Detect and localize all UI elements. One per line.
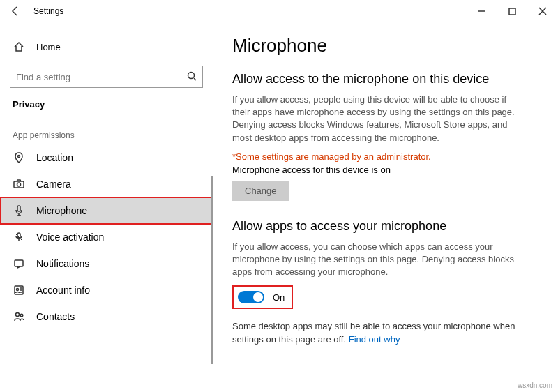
svg-point-10 — [16, 313, 20, 317]
svg-point-9 — [17, 289, 19, 291]
account-icon — [13, 284, 25, 296]
svg-rect-0 — [509, 8, 515, 15]
footer-note: Some desktop apps may still be able to a… — [232, 320, 525, 345]
home-icon — [13, 40, 25, 53]
svg-point-4 — [17, 183, 21, 186]
sidebar-item-label: Contacts — [36, 311, 75, 322]
home-nav[interactable]: Home — [0, 35, 213, 59]
page-title: Microphone — [232, 35, 538, 56]
sidebar-item-camera[interactable]: Camera — [0, 171, 213, 197]
change-button[interactable]: Change — [232, 181, 289, 201]
section1-title: Allow access to the microphone on this d… — [232, 72, 538, 86]
camera-icon — [13, 178, 25, 190]
titlebar: Settings — [0, 0, 558, 22]
search-input[interactable] — [16, 72, 187, 82]
apps-access-toggle[interactable] — [238, 291, 264, 303]
sidebar-item-contacts[interactable]: Contacts — [0, 303, 213, 330]
toggle-state-label: On — [273, 292, 285, 303]
svg-point-1 — [188, 72, 195, 78]
maximize-button[interactable] — [497, 0, 527, 22]
section2-title: Allow apps to access your microphone — [232, 219, 538, 234]
sidebar-item-voice-activation[interactable]: Voice activation — [0, 224, 213, 250]
category-label: Privacy — [0, 92, 213, 112]
minimize-button[interactable] — [466, 0, 497, 22]
voice-icon — [13, 231, 25, 243]
back-button[interactable] — [6, 1, 25, 21]
location-icon — [13, 151, 25, 164]
notifications-icon — [13, 257, 25, 270]
sidebar-item-label: Camera — [36, 179, 71, 190]
sidebar-item-notifications[interactable]: Notifications — [0, 250, 213, 277]
section1-desc: If you allow access, people using this d… — [232, 93, 525, 144]
watermark: wsxdn.com — [518, 382, 552, 389]
sidebar-item-microphone[interactable]: Microphone — [0, 197, 213, 224]
admin-warning: *Some settings are managed by an adminis… — [232, 151, 538, 162]
section-header: App permissions — [0, 112, 213, 144]
section2-desc: If you allow access, you can choose whic… — [232, 241, 525, 279]
sidebar-item-label: Voice activation — [36, 232, 104, 243]
sidebar-item-label: Account info — [36, 285, 90, 296]
svg-point-2 — [18, 156, 20, 158]
microphone-icon — [13, 204, 25, 217]
sidebar-item-location[interactable]: Location — [0, 144, 213, 171]
sidebar-item-label: Location — [36, 152, 73, 163]
svg-point-11 — [20, 314, 23, 317]
search-box[interactable] — [10, 66, 203, 88]
home-label: Home — [36, 42, 61, 52]
search-icon — [187, 71, 197, 83]
sidebar: Home Privacy App permissions Location — [0, 22, 213, 392]
close-button[interactable] — [527, 0, 558, 22]
content-pane: Microphone Allow access to the microphon… — [213, 22, 558, 392]
svg-rect-7 — [15, 260, 23, 266]
svg-rect-5 — [17, 206, 20, 211]
contacts-icon — [13, 310, 25, 323]
device-status: Microphone access for this device is on — [232, 165, 538, 175]
find-out-why-link[interactable]: Find out why — [349, 334, 400, 345]
toggle-knob — [253, 292, 263, 302]
window-title: Settings — [33, 6, 63, 16]
apps-access-toggle-row: On — [232, 285, 293, 309]
sidebar-item-label: Notifications — [36, 258, 89, 269]
sidebar-item-account-info[interactable]: Account info — [0, 277, 213, 303]
sidebar-item-label: Microphone — [36, 205, 87, 216]
